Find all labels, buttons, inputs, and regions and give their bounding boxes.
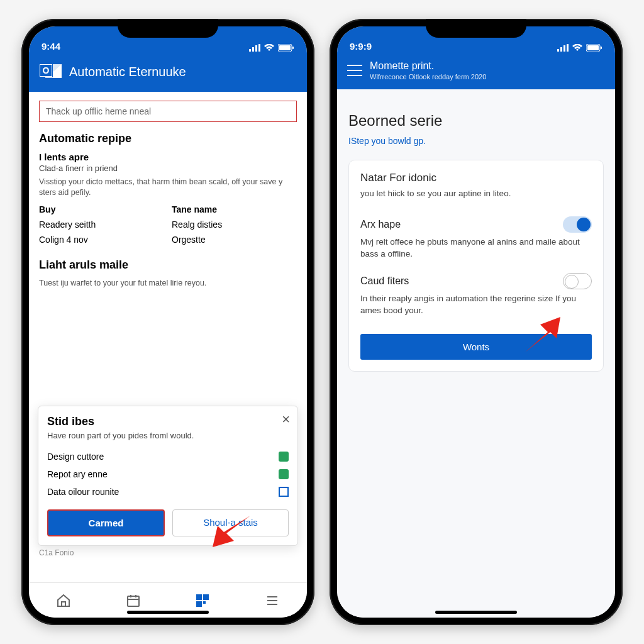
wifi-icon — [264, 44, 274, 52]
page-title: Beorned serie — [348, 112, 604, 130]
sub-desc: Clad-a finerr in priend — [39, 164, 297, 173]
svg-rect-0 — [249, 49, 251, 52]
option-label: Data oilour rounite — [47, 487, 119, 497]
toggle-row: Arx hape — [360, 216, 592, 233]
header-title: Momette print. — [370, 60, 486, 72]
battery-icon — [278, 44, 294, 52]
info-table: Buy Readery seitth Colign 4 nov Tane nam… — [39, 204, 297, 250]
table-cell: Colign 4 nov — [39, 235, 164, 245]
popup-option[interactable]: Data oilour rounite — [47, 483, 289, 501]
main-content: Beorned serie IStep you bowld gp. Natar … — [337, 89, 615, 618]
svg-rect-11 — [203, 594, 209, 600]
card-title: Natar For idonic — [360, 172, 592, 184]
toggle-desc: Mvj relt offece he pbuts manyone al anin… — [360, 236, 592, 260]
search-input[interactable]: Thack up offlic heme nneal — [39, 101, 297, 122]
svg-rect-1 — [252, 47, 254, 52]
status-icons — [249, 44, 294, 52]
table-cell: Orgestte — [172, 235, 297, 245]
svg-rect-6 — [292, 47, 294, 49]
toggle-switch[interactable] — [563, 273, 592, 289]
paragraph: Visstiop your dicto mettacs, that harm t… — [39, 177, 297, 198]
svg-rect-5 — [279, 45, 291, 50]
battery-icon — [586, 44, 602, 52]
svg-rect-13 — [203, 601, 206, 604]
app-header: Momette print. Wlfrreconce Oitlook redda… — [337, 53, 615, 89]
outlook-logo-icon — [39, 60, 62, 83]
status-time: 9:44 — [42, 41, 60, 52]
main-content: Thack up offlic heme nneal Automatic rep… — [29, 92, 307, 582]
status-bar: 9:44 — [29, 26, 307, 53]
svg-rect-17 — [567, 44, 569, 52]
svg-rect-15 — [560, 47, 562, 52]
phone-right: 9:9:9 Momette print. Wlfrreconce Oitlook… — [330, 19, 623, 625]
hamburger-icon[interactable] — [347, 65, 362, 76]
home-indicator — [127, 611, 209, 614]
section2-title: Liaht aruls maile — [39, 258, 297, 272]
svg-rect-2 — [255, 45, 257, 52]
screen-right: 9:9:9 Momette print. Wlfrreconce Oitlook… — [337, 26, 615, 618]
signal-icon — [557, 44, 569, 52]
status-time: 9:9:9 — [350, 41, 372, 52]
toggle-switch[interactable] — [563, 216, 592, 233]
option-label: Repot ary enne — [47, 469, 108, 479]
section-title: Automatic repipe — [39, 132, 297, 145]
section2-para: Tuest iju warfet to your your fut matel … — [39, 278, 297, 289]
checkbox-checked-icon — [279, 469, 289, 479]
submit-button[interactable]: Wonts — [360, 334, 592, 360]
toggle-row: Caud fiters — [360, 273, 592, 289]
home-indicator — [435, 611, 517, 614]
svg-rect-20 — [601, 47, 602, 49]
header-subtitle: Wlfrreconce Oitlook redday ferm 2020 — [370, 73, 486, 80]
secondary-button[interactable]: Shoul-a stais — [172, 509, 289, 536]
popup-dialog: × Stid ibes Have roun part of you pides … — [38, 406, 298, 546]
sub-heading: I lents apre — [39, 152, 297, 162]
checkbox-checked-icon — [279, 452, 289, 462]
table-cell: Buy — [39, 204, 164, 214]
apps-tab-icon[interactable] — [195, 593, 210, 608]
menu-tab-icon[interactable] — [265, 593, 280, 608]
option-label: Design cuttore — [47, 452, 104, 462]
header-title: Automatic Eternuuke — [69, 65, 186, 79]
calendar-tab-icon[interactable] — [126, 593, 141, 608]
popup-option[interactable]: Design cuttore — [47, 448, 289, 465]
home-tab-icon[interactable] — [56, 593, 71, 608]
wifi-icon — [572, 44, 582, 52]
svg-rect-3 — [258, 44, 260, 52]
svg-rect-12 — [196, 601, 202, 607]
popup-title: Stid ibes — [47, 415, 289, 428]
table-cell: Tane name — [172, 204, 297, 214]
phone-left: 9:44 Automatic Eternuuke Thack up offlic… — [21, 19, 314, 625]
table-cell: Readery seitth — [39, 219, 164, 230]
toggle-label: Caud fiters — [360, 275, 409, 287]
close-icon[interactable]: × — [282, 411, 290, 428]
status-icons — [557, 44, 602, 52]
status-bar: 9:9:9 — [337, 26, 615, 53]
svg-rect-16 — [564, 45, 565, 52]
primary-button[interactable]: Carmed — [47, 509, 165, 536]
app-header: Automatic Eternuuke — [29, 53, 307, 92]
svg-rect-19 — [587, 45, 599, 50]
checkbox-empty-icon — [279, 487, 289, 497]
toggle-desc: In their reaply angis in automation the … — [360, 293, 592, 317]
signal-icon — [249, 44, 260, 52]
step-link[interactable]: IStep you bowld gp. — [348, 136, 604, 146]
svg-rect-14 — [557, 49, 559, 52]
screen-left: 9:44 Automatic Eternuuke Thack up offlic… — [29, 26, 307, 618]
footer-text: C1a Fonio — [39, 548, 74, 557]
popup-option[interactable]: Repot ary enne — [47, 465, 289, 483]
svg-rect-10 — [196, 594, 202, 600]
popup-subtitle: Have roun part of you pides froml would. — [47, 431, 289, 440]
card-text: you let hiick to se you aur aptine in li… — [360, 188, 592, 200]
toggle-label: Arx hape — [360, 219, 401, 230]
table-cell: Realg disties — [172, 219, 297, 230]
settings-card: Natar For idonic you let hiick to se you… — [348, 160, 604, 372]
svg-rect-9 — [128, 596, 139, 606]
